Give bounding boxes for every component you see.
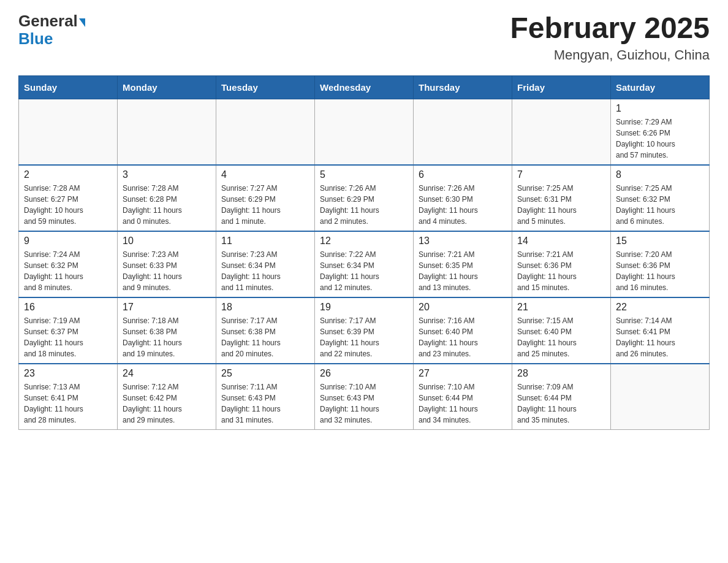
table-row: 5Sunrise: 7:26 AMSunset: 6:29 PMDaylight… — [315, 165, 414, 231]
day-info: Sunrise: 7:10 AMSunset: 6:44 PMDaylight:… — [419, 381, 507, 426]
day-info: Sunrise: 7:28 AMSunset: 6:28 PMDaylight:… — [123, 183, 211, 227]
logo-triangle-icon — [79, 18, 85, 27]
table-row: 6Sunrise: 7:26 AMSunset: 6:30 PMDaylight… — [414, 165, 512, 231]
table-row: 16Sunrise: 7:19 AMSunset: 6:37 PMDayligh… — [19, 297, 118, 364]
table-row: 1Sunrise: 7:29 AMSunset: 6:26 PMDaylight… — [611, 99, 710, 165]
table-row: 24Sunrise: 7:12 AMSunset: 6:42 PMDayligh… — [118, 364, 216, 430]
table-row: 13Sunrise: 7:21 AMSunset: 6:35 PMDayligh… — [414, 231, 512, 297]
table-row: 25Sunrise: 7:11 AMSunset: 6:43 PMDayligh… — [216, 364, 315, 430]
day-info: Sunrise: 7:17 AMSunset: 6:39 PMDaylight:… — [320, 315, 408, 359]
logo-general-text: General — [18, 12, 78, 30]
day-number: 10 — [123, 236, 211, 247]
day-number: 5 — [320, 169, 408, 180]
day-info: Sunrise: 7:23 AMSunset: 6:33 PMDaylight:… — [123, 249, 211, 293]
table-row: 18Sunrise: 7:17 AMSunset: 6:38 PMDayligh… — [216, 297, 315, 364]
calendar-title: February 2025 — [510, 12, 710, 45]
day-info: Sunrise: 7:13 AMSunset: 6:41 PMDaylight:… — [24, 381, 112, 426]
header-tuesday: Tuesday — [216, 75, 315, 99]
calendar-week-row: 1Sunrise: 7:29 AMSunset: 6:26 PMDaylight… — [19, 99, 710, 165]
day-number: 25 — [221, 368, 309, 379]
day-info: Sunrise: 7:17 AMSunset: 6:38 PMDaylight:… — [221, 315, 309, 359]
header-monday: Monday — [118, 75, 216, 99]
day-info: Sunrise: 7:11 AMSunset: 6:43 PMDaylight:… — [221, 381, 309, 426]
table-row — [216, 99, 315, 165]
table-row: 15Sunrise: 7:20 AMSunset: 6:36 PMDayligh… — [611, 231, 710, 297]
table-row: 2Sunrise: 7:28 AMSunset: 6:27 PMDaylight… — [19, 165, 118, 231]
day-number: 19 — [320, 302, 408, 313]
table-row: 8Sunrise: 7:25 AMSunset: 6:32 PMDaylight… — [611, 165, 710, 231]
day-number: 18 — [221, 302, 309, 313]
day-info: Sunrise: 7:09 AMSunset: 6:44 PMDaylight:… — [517, 381, 605, 426]
calendar-week-row: 23Sunrise: 7:13 AMSunset: 6:41 PMDayligh… — [19, 364, 710, 430]
day-number: 9 — [24, 236, 112, 247]
calendar-header-row: Sunday Monday Tuesday Wednesday Thursday… — [19, 75, 710, 99]
calendar-subtitle: Mengyan, Guizhou, China — [510, 47, 710, 63]
day-info: Sunrise: 7:26 AMSunset: 6:30 PMDaylight:… — [419, 183, 507, 227]
calendar-week-row: 2Sunrise: 7:28 AMSunset: 6:27 PMDaylight… — [19, 165, 710, 231]
table-row: 14Sunrise: 7:21 AMSunset: 6:36 PMDayligh… — [512, 231, 611, 297]
page-header: General Blue February 2025 Mengyan, Guiz… — [18, 12, 710, 63]
day-number: 11 — [221, 236, 309, 247]
title-block: February 2025 Mengyan, Guizhou, China — [510, 12, 710, 63]
table-row: 27Sunrise: 7:10 AMSunset: 6:44 PMDayligh… — [414, 364, 512, 430]
day-number: 21 — [517, 302, 605, 313]
day-number: 12 — [320, 236, 408, 247]
day-info: Sunrise: 7:28 AMSunset: 6:27 PMDaylight:… — [24, 183, 112, 227]
header-saturday: Saturday — [611, 75, 710, 99]
day-number: 26 — [320, 368, 408, 379]
day-info: Sunrise: 7:21 AMSunset: 6:35 PMDaylight:… — [419, 249, 507, 293]
logo-blue-text: Blue — [18, 29, 53, 48]
calendar-table: Sunday Monday Tuesday Wednesday Thursday… — [18, 75, 710, 430]
table-row — [414, 99, 512, 165]
day-info: Sunrise: 7:21 AMSunset: 6:36 PMDaylight:… — [517, 249, 605, 293]
day-number: 7 — [517, 169, 605, 180]
day-info: Sunrise: 7:23 AMSunset: 6:34 PMDaylight:… — [221, 249, 309, 293]
day-number: 24 — [123, 368, 211, 379]
table-row: 12Sunrise: 7:22 AMSunset: 6:34 PMDayligh… — [315, 231, 414, 297]
day-info: Sunrise: 7:25 AMSunset: 6:31 PMDaylight:… — [517, 183, 605, 227]
header-sunday: Sunday — [19, 75, 118, 99]
day-info: Sunrise: 7:16 AMSunset: 6:40 PMDaylight:… — [419, 315, 507, 359]
table-row: 10Sunrise: 7:23 AMSunset: 6:33 PMDayligh… — [118, 231, 216, 297]
day-number: 13 — [419, 236, 507, 247]
day-number: 28 — [517, 368, 605, 379]
table-row: 28Sunrise: 7:09 AMSunset: 6:44 PMDayligh… — [512, 364, 611, 430]
table-row — [611, 364, 710, 430]
day-number: 23 — [24, 368, 112, 379]
day-number: 27 — [419, 368, 507, 379]
table-row: 23Sunrise: 7:13 AMSunset: 6:41 PMDayligh… — [19, 364, 118, 430]
table-row: 3Sunrise: 7:28 AMSunset: 6:28 PMDaylight… — [118, 165, 216, 231]
day-info: Sunrise: 7:27 AMSunset: 6:29 PMDaylight:… — [221, 183, 309, 227]
day-number: 3 — [123, 169, 211, 180]
day-info: Sunrise: 7:20 AMSunset: 6:36 PMDaylight:… — [616, 249, 704, 293]
day-info: Sunrise: 7:14 AMSunset: 6:41 PMDaylight:… — [616, 315, 704, 359]
day-number: 17 — [123, 302, 211, 313]
day-info: Sunrise: 7:26 AMSunset: 6:29 PMDaylight:… — [320, 183, 408, 227]
day-number: 8 — [616, 169, 704, 180]
day-number: 22 — [616, 302, 704, 313]
logo-top-row: General — [18, 12, 85, 30]
day-info: Sunrise: 7:10 AMSunset: 6:43 PMDaylight:… — [320, 381, 408, 426]
table-row — [512, 99, 611, 165]
table-row: 20Sunrise: 7:16 AMSunset: 6:40 PMDayligh… — [414, 297, 512, 364]
day-number: 4 — [221, 169, 309, 180]
table-row: 21Sunrise: 7:15 AMSunset: 6:40 PMDayligh… — [512, 297, 611, 364]
day-info: Sunrise: 7:22 AMSunset: 6:34 PMDaylight:… — [320, 249, 408, 293]
calendar-week-row: 9Sunrise: 7:24 AMSunset: 6:32 PMDaylight… — [19, 231, 710, 297]
table-row: 26Sunrise: 7:10 AMSunset: 6:43 PMDayligh… — [315, 364, 414, 430]
table-row — [19, 99, 118, 165]
table-row: 17Sunrise: 7:18 AMSunset: 6:38 PMDayligh… — [118, 297, 216, 364]
table-row — [118, 99, 216, 165]
day-info: Sunrise: 7:12 AMSunset: 6:42 PMDaylight:… — [123, 381, 211, 426]
table-row: 19Sunrise: 7:17 AMSunset: 6:39 PMDayligh… — [315, 297, 414, 364]
day-info: Sunrise: 7:24 AMSunset: 6:32 PMDaylight:… — [24, 249, 112, 293]
day-number: 14 — [517, 236, 605, 247]
day-number: 20 — [419, 302, 507, 313]
day-number: 16 — [24, 302, 112, 313]
header-wednesday: Wednesday — [315, 75, 414, 99]
table-row: 7Sunrise: 7:25 AMSunset: 6:31 PMDaylight… — [512, 165, 611, 231]
day-number: 6 — [419, 169, 507, 180]
table-row: 22Sunrise: 7:14 AMSunset: 6:41 PMDayligh… — [611, 297, 710, 364]
day-number: 1 — [616, 103, 704, 114]
header-friday: Friday — [512, 75, 611, 99]
